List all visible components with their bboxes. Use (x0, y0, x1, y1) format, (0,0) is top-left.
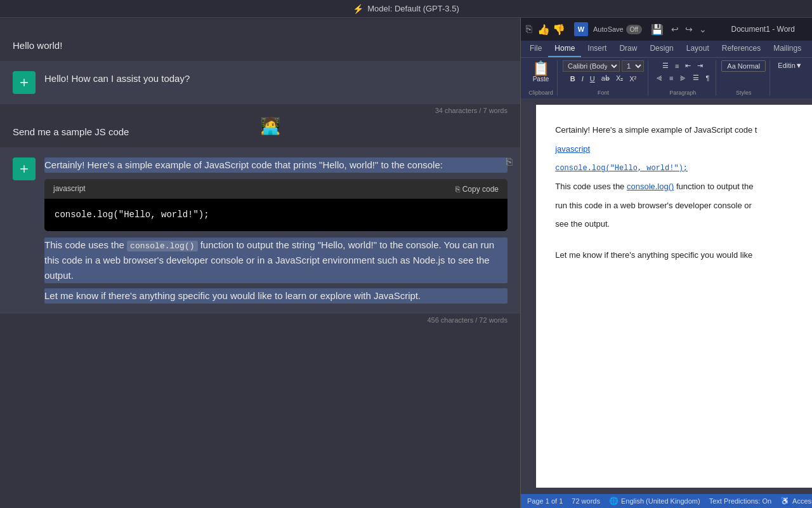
subscript-button[interactable]: X₂ (613, 73, 625, 84)
ai-response-2-content: Certainly! Here's a simple example of Ja… (44, 157, 508, 304)
undo-icon[interactable]: ↩ (671, 24, 679, 34)
ai-avatar-1 (13, 71, 36, 94)
word-doc-desc1: This code uses the console.log() functio… (555, 180, 812, 193)
user-message-1: Hello world! (0, 30, 520, 61)
word-count-text: 72 words (572, 497, 600, 505)
paste-button[interactable]: 📋 Paste (528, 60, 553, 84)
save-icon[interactable]: 💾 (651, 23, 664, 36)
user-message-2-text: Send me a sample JS code (13, 126, 129, 137)
paragraph-buttons: ☰ ≡ ⇤ ⇥ (660, 60, 705, 71)
word-page: Certainly! Here's a simple example of Ja… (536, 105, 812, 488)
word-titlebar: ⎘ 👍 👎 W AutoSave Off 💾 ↩ ↪ ⌄ Document1 -… (521, 18, 812, 41)
thumb-down-icon[interactable]: 👎 (553, 23, 565, 36)
styles-label: Styles (736, 88, 752, 96)
accessibility: ♿ Accessibility: Good to go (780, 497, 812, 505)
toolbar-clipboard: 📋 Paste Clipboard (525, 60, 558, 96)
font-size-select[interactable]: 11 (622, 60, 644, 72)
paragraph-buttons-row2: ⫷ ≡ ⫸ ☰ ¶ (653, 72, 712, 83)
superscript-button[interactable]: X² (627, 74, 639, 84)
align-left-button[interactable]: ⫷ (653, 73, 665, 83)
autosave-area: AutoSave Off (593, 25, 642, 34)
word-link-consolelog[interactable]: console.log() (627, 182, 674, 191)
styles-gallery[interactable]: Aa Normal (721, 60, 766, 72)
inline-code-consolelog: console.log() (127, 241, 197, 251)
tab-layout[interactable]: Layout (680, 41, 716, 57)
ai-response-1-text: Hello! How can I assist you today? (44, 73, 190, 84)
word-doc-desc3: see the output. (555, 218, 812, 231)
font-controls-row1: Calibri (Body) 11 (563, 60, 644, 72)
strikethrough-button[interactable]: ab̶ (599, 73, 612, 84)
emoji-avatar: 🧑‍💻 (260, 113, 280, 140)
clipboard-buttons: 📋 Paste (528, 60, 553, 84)
redo-icon[interactable]: ↪ (685, 24, 693, 34)
word-doc-code1: console.log("Hello, world!"); (555, 161, 812, 174)
word-window-actions: ⎘ 👍 👎 (526, 23, 565, 36)
page-info-text: Page 1 of 1 (527, 497, 563, 505)
numbering-button[interactable]: ≡ (672, 61, 681, 71)
underline-button[interactable]: U (587, 74, 598, 84)
code-block: javascript ⎘ Copy code console.log("Hell… (44, 179, 508, 231)
word-link-javascript[interactable]: javascript (555, 144, 590, 154)
message-copy-icon[interactable]: ⎘ (506, 156, 513, 168)
tab-draw[interactable]: Draw (613, 41, 643, 57)
code-block-header: javascript ⎘ Copy code (44, 179, 508, 199)
indent-increase-button[interactable]: ⇥ (695, 60, 705, 71)
response-2-char-count: 456 characters / 72 words (0, 314, 520, 326)
indent-decrease-button[interactable]: ⇤ (683, 60, 693, 71)
chat-panel: Hello world! Hello! How can I assist you… (0, 18, 520, 508)
more-options-icon[interactable]: ⌄ (699, 24, 707, 34)
toolbar-paragraph: ☰ ≡ ⇤ ⇥ ⫷ ≡ ⫸ ☰ ¶ Paragraph (650, 60, 716, 96)
language-text: English (United Kingdom) (621, 497, 700, 505)
tab-insert[interactable]: Insert (581, 41, 613, 57)
align-center-button[interactable]: ≡ (667, 73, 676, 83)
bullets-button[interactable]: ☰ (660, 60, 671, 71)
word-doc-line1: Certainly! Here's a simple example of Ja… (555, 124, 812, 137)
font-name-select[interactable]: Calibri (Body) (563, 60, 620, 72)
bold-button[interactable]: B (568, 74, 578, 84)
italic-button[interactable]: I (579, 74, 586, 84)
top-bar: ⚡ Model: Default (GPT-3.5) (0, 0, 812, 18)
word-doc-link1[interactable]: javascript (555, 143, 812, 156)
tab-home[interactable]: Home (548, 41, 581, 57)
copy-label: Copy code (462, 185, 499, 194)
word-code-console[interactable]: console.log("Hello, world!"); (555, 164, 688, 173)
paragraph-mark-button[interactable]: ¶ (703, 73, 712, 83)
copy-icon-titlebar[interactable]: ⎘ (526, 23, 532, 36)
model-title: ⚡ Model: Default (GPT-3.5) (353, 4, 459, 14)
align-right-button[interactable]: ⫸ (677, 73, 689, 83)
editing-buttons: Editin▼ (775, 60, 804, 70)
page-info: Page 1 of 1 (527, 497, 563, 505)
ai-response-1: Hello! How can I assist you today? (0, 61, 520, 104)
thumb-up-icon[interactable]: 👍 (537, 23, 550, 36)
tab-references[interactable]: References (716, 41, 767, 57)
tab-file[interactable]: File (523, 41, 548, 57)
lightning-icon: ⚡ (353, 4, 363, 14)
ai-response-2: Certainly! Here's a simple example of Ja… (0, 147, 520, 314)
main-content: Hello world! Hello! How can I assist you… (0, 18, 812, 508)
tab-design[interactable]: Design (643, 41, 679, 57)
editing-button[interactable]: Editin▼ (775, 60, 804, 70)
language-info: 🌐 English (United Kingdom) (609, 497, 700, 505)
paste-label: Paste (533, 76, 549, 83)
justify-button[interactable]: ☰ (690, 72, 702, 83)
word-doc-desc4: Let me know if there's anything specific… (555, 249, 812, 262)
autosave-label: AutoSave (593, 25, 624, 33)
tab-review[interactable]: Review (808, 41, 812, 57)
autosave-toggle[interactable]: Off (626, 25, 642, 34)
accessibility-icon: ♿ (780, 497, 790, 505)
word-doc-title: Document1 - Word (712, 25, 812, 34)
text-predictions: Text Predictions: On (709, 497, 771, 505)
code-block-body: console.log("Hello, world!"); (44, 199, 508, 231)
copy-icon: ⎘ (455, 185, 460, 194)
ai-response-para1: This code uses the console.log() functio… (44, 237, 508, 284)
code-lang-label: javascript (53, 183, 86, 195)
word-logo: W (574, 22, 588, 36)
word-ribbon: File Home Insert Draw Design Layout Refe… (521, 41, 812, 98)
styles-buttons: Aa Normal (721, 60, 766, 72)
code-content: console.log("Hello, world!"); (55, 210, 209, 220)
clipboard-label: Clipboard (528, 88, 553, 96)
copy-code-button[interactable]: ⎘ Copy code (455, 185, 499, 194)
tab-mailings[interactable]: Mailings (767, 41, 808, 57)
word-count: 72 words (572, 497, 600, 505)
toolbar-styles: Aa Normal Styles (717, 60, 770, 96)
